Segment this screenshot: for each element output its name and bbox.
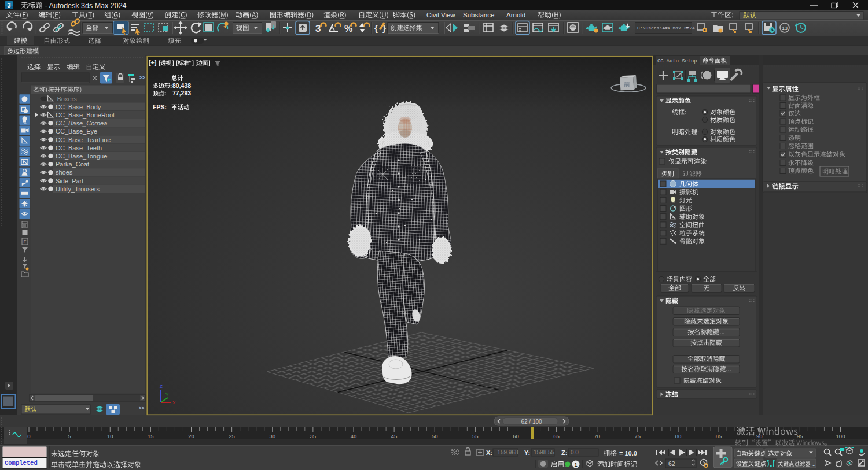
svg-text:[+]: [+] bbox=[149, 59, 156, 66]
svg-text:55: 55 bbox=[472, 433, 479, 439]
svg-text:62 / 100: 62 / 100 bbox=[521, 419, 542, 425]
svg-text:Y:: Y: bbox=[524, 449, 530, 456]
svg-text:{: { bbox=[374, 23, 378, 33]
svg-text:X:: X: bbox=[486, 449, 492, 456]
svg-text:45: 45 bbox=[391, 433, 398, 439]
svg-text:Substance: Substance bbox=[463, 12, 494, 18]
svg-text:CC_Base_Teeth: CC_Base_Teeth bbox=[56, 145, 102, 151]
svg-text:CC_Base_BoneRoot: CC_Base_BoneRoot bbox=[56, 112, 115, 119]
svg-text:0: 0 bbox=[27, 433, 30, 439]
svg-text:Y: Y bbox=[165, 392, 169, 397]
svg-text:CC_Base_Tongue: CC_Base_Tongue bbox=[56, 153, 107, 160]
svg-text:1: 1 bbox=[574, 462, 577, 468]
svg-text:50: 50 bbox=[432, 433, 438, 439]
svg-text:Arnold: Arnold bbox=[506, 12, 525, 18]
svg-text:shoes: shoes bbox=[56, 169, 73, 176]
svg-text:>>: >> bbox=[139, 75, 145, 80]
svg-text:..: .. bbox=[812, 461, 815, 467]
svg-text:Completed: Completed bbox=[5, 460, 38, 467]
svg-text:>>: >> bbox=[139, 405, 145, 410]
svg-text:10: 10 bbox=[107, 433, 113, 439]
svg-text:20: 20 bbox=[188, 433, 194, 439]
svg-text:CC_Base_Eye: CC_Base_Eye bbox=[56, 128, 97, 135]
svg-text:60: 60 bbox=[513, 433, 519, 439]
svg-text:3: 3 bbox=[7, 2, 10, 9]
svg-text:Civil View: Civil View bbox=[426, 12, 455, 18]
svg-text:30: 30 bbox=[269, 433, 275, 439]
svg-text:3: 3 bbox=[315, 23, 321, 34]
svg-text:Side_Part: Side_Part bbox=[56, 177, 83, 184]
svg-text:Z: Z bbox=[160, 384, 163, 389]
svg-text:35: 35 bbox=[310, 433, 317, 439]
svg-text:5: 5 bbox=[68, 433, 71, 439]
svg-text:100: 100 bbox=[836, 433, 845, 439]
svg-text:62: 62 bbox=[668, 460, 675, 467]
svg-text:FPS:: FPS: bbox=[153, 103, 167, 110]
svg-text:70: 70 bbox=[594, 433, 600, 439]
svg-text:CC_Base_Cornea: CC_Base_Cornea bbox=[56, 120, 107, 127]
svg-text:CC_Base_TearLine: CC_Base_TearLine bbox=[56, 136, 111, 143]
svg-text:CC_Base_Body: CC_Base_Body bbox=[56, 103, 101, 110]
svg-text:80: 80 bbox=[675, 433, 682, 439]
svg-text:85: 85 bbox=[716, 433, 722, 439]
svg-text:80,438: 80,438 bbox=[172, 82, 191, 89]
svg-text:1598.55: 1598.55 bbox=[534, 449, 555, 456]
svg-text:25: 25 bbox=[229, 433, 235, 439]
svg-text:-159.968: -159.968 bbox=[495, 449, 518, 456]
svg-text:0.0: 0.0 bbox=[571, 449, 579, 456]
svg-text:95: 95 bbox=[797, 433, 803, 439]
svg-text:40: 40 bbox=[351, 433, 357, 439]
svg-text:= 10.0: = 10.0 bbox=[619, 450, 637, 457]
svg-text:15: 15 bbox=[148, 433, 154, 439]
svg-text:F: F bbox=[24, 239, 27, 245]
svg-text:CC Auto Setup: CC Auto Setup bbox=[657, 58, 697, 64]
svg-text:Utility_Trousers: Utility_Trousers bbox=[56, 186, 100, 193]
svg-text:13: 13 bbox=[782, 25, 788, 31]
svg-text:Parka_Coat: Parka_Coat bbox=[56, 161, 89, 168]
svg-text:Z:: Z: bbox=[561, 449, 567, 456]
svg-text:X: X bbox=[172, 400, 176, 405]
svg-text:...: ... bbox=[662, 25, 670, 30]
svg-text:75: 75 bbox=[635, 433, 641, 439]
svg-text:65: 65 bbox=[553, 433, 560, 439]
svg-text:77,293: 77,293 bbox=[172, 90, 191, 97]
svg-text:Boxers: Boxers bbox=[57, 95, 78, 102]
svg-text:- Autodesk 3ds Max 2024: - Autodesk 3ds Max 2024 bbox=[45, 2, 127, 10]
